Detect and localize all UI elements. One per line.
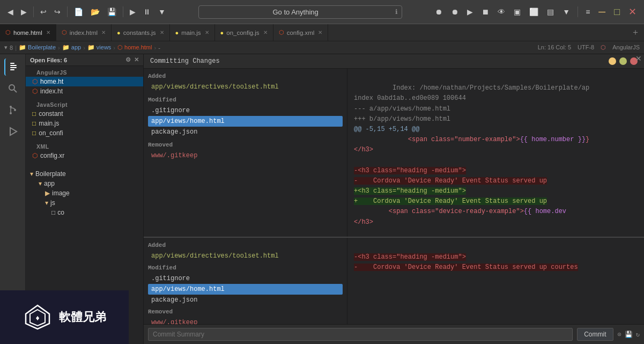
- panel-close-button[interactable]: ✕: [633, 54, 644, 63]
- svg-line-5: [14, 90, 17, 92]
- commit-secondary-diff[interactable]: -<h3 class="heading -medium"> - Cordova …: [347, 238, 644, 324]
- layout3-button[interactable]: ▤: [544, 5, 557, 18]
- tab-close-icon[interactable]: ✕: [160, 30, 164, 35]
- tab-close-icon[interactable]: ✕: [318, 30, 322, 35]
- activity-search-icon[interactable]: [4, 80, 21, 97]
- save-button[interactable]: 💾: [104, 5, 120, 18]
- layout-dropdown-button[interactable]: ▼: [559, 5, 573, 18]
- sidebar-item-config-xml[interactable]: ⬡ config.xr: [26, 151, 143, 160]
- breadcrumb-views[interactable]: 📁 views: [87, 44, 112, 51]
- sidebar-close-icon[interactable]: ✕: [134, 56, 139, 63]
- sidebar-item-constants[interactable]: □ constant: [26, 109, 143, 119]
- divider-2: [67, 6, 68, 17]
- tree-item-boilerplate[interactable]: ▾ Boilerplate: [26, 169, 143, 179]
- breadcrumb-line-num: 8: [10, 45, 13, 51]
- commit-secondary-save-icon[interactable]: 💾: [625, 331, 633, 339]
- tab-home-html[interactable]: ⬡ home.html ✕: [0, 24, 56, 41]
- breadcrumb-file[interactable]: ⬡ home.html: [117, 44, 152, 51]
- tab-close-icon[interactable]: ✕: [101, 30, 106, 35]
- layout1-button[interactable]: ▣: [510, 5, 524, 18]
- activity-files-icon[interactable]: [4, 58, 21, 76]
- commit-secondary-button[interactable]: Commit: [577, 328, 613, 341]
- commit-modified-section: Modified .gitignore app/views/home.html …: [148, 97, 343, 137]
- sidebar-settings-icon[interactable]: ⚙: [125, 56, 131, 63]
- sidebar-item-index-html[interactable]: ⬡ index.ht: [26, 86, 143, 96]
- tab-close-icon[interactable]: ✕: [46, 30, 50, 35]
- activity-git-icon[interactable]: [4, 101, 21, 119]
- forward-button[interactable]: ▶: [18, 5, 30, 18]
- tree-folder-icon: ▾: [45, 199, 48, 207]
- commit-modified-label: Modified: [148, 97, 343, 103]
- tab-html-icon: ⬡: [5, 29, 11, 36]
- dropdown-button[interactable]: ▼: [155, 5, 169, 18]
- svg-text:♦: ♦: [35, 313, 39, 322]
- breadcrumb-lang-icon: ⬡: [601, 44, 606, 51]
- back-button[interactable]: ◀: [4, 5, 17, 18]
- sidebar-header-icons: ⚙ ✕: [125, 56, 139, 63]
- record-button[interactable]: ⏺: [432, 5, 446, 18]
- commit-secondary-left: Added app/views/directives/toolset.html …: [144, 238, 347, 324]
- undo-button[interactable]: ↩: [37, 5, 50, 18]
- tab-config-xml[interactable]: ⬡ config.xml ✕: [273, 24, 329, 41]
- tab-close-icon[interactable]: ✕: [205, 30, 209, 35]
- commit-secondary-added-file[interactable]: app/views/directives/toolset.html: [148, 251, 343, 261]
- commit-secondary-body: Added app/views/directives/toolset.html …: [144, 238, 644, 324]
- sidebar-item-on-config[interactable]: □ on_confi: [26, 128, 143, 138]
- breadcrumb-info: Ln: 16 Col: 5 UTF-8 ⬡ AngularJS: [538, 44, 640, 51]
- sidebar-file-name: home.ht: [40, 78, 63, 85]
- tree-item-js[interactable]: ▾ js: [26, 198, 143, 208]
- run-button[interactable]: ▶: [127, 5, 139, 18]
- layout2-button[interactable]: ⬜: [526, 5, 542, 18]
- commit-modified-file-gitignore[interactable]: .gitignore: [148, 105, 343, 116]
- commit-maximize-button[interactable]: [619, 57, 627, 65]
- menu-button[interactable]: ≡: [582, 5, 593, 18]
- tree-item-images[interactable]: ▶ image: [26, 188, 143, 198]
- commit-secondary-refresh-icon[interactable]: ↻: [636, 331, 640, 339]
- sidebar-item-main-js[interactable]: □ main.js: [26, 119, 143, 128]
- tab-add-button[interactable]: ＋: [627, 24, 644, 41]
- commit-added-file[interactable]: app/views/directives/toolset.html: [148, 82, 343, 92]
- tree-item-co[interactable]: □ co: [26, 208, 143, 217]
- play2-button[interactable]: ▶: [464, 5, 476, 18]
- stop-button[interactable]: ⏹: [478, 5, 492, 18]
- breadcrumb-encoding: UTF-8: [578, 44, 594, 51]
- commit-secondary-removed-file[interactable]: www/.gitkeep: [148, 317, 343, 324]
- commit-minimize-button[interactable]: [609, 57, 616, 65]
- tab-main-js[interactable]: ● main.js ✕: [170, 24, 215, 41]
- commit-secondary-modified-home[interactable]: app/views/home.html: [148, 284, 343, 295]
- commit-panel: Committing Changes Added app/views/direc…: [144, 54, 644, 344]
- commit-removed-file[interactable]: www/.gitkeep: [148, 150, 343, 161]
- commit-secondary-added-label: Added: [148, 242, 343, 248]
- commit-modified-file-package[interactable]: package.json: [148, 127, 343, 137]
- activity-debug-icon[interactable]: [4, 123, 21, 140]
- tab-index-html[interactable]: ⬡ index.html ✕: [56, 24, 112, 41]
- commit-secondary-modified-package[interactable]: package.json: [148, 295, 343, 305]
- open-button[interactable]: 📂: [87, 5, 103, 18]
- record2-button[interactable]: ⏺: [448, 5, 462, 18]
- commit-secondary-footer-icons: ⊙ 💾 ↻: [618, 331, 640, 339]
- file-button[interactable]: 📄: [71, 5, 86, 18]
- tree-item-app[interactable]: ▾ app: [26, 179, 143, 188]
- commit-modified-file-home[interactable]: app/views/home.html: [148, 116, 343, 127]
- commit-removed-section: Removed www/.gitkeep: [148, 142, 343, 161]
- tab-on-config-js[interactable]: ● on_config.js ✕: [215, 24, 273, 41]
- tab-constants-js[interactable]: ● constants.js ✕: [112, 24, 169, 41]
- redo-button[interactable]: ↪: [51, 5, 64, 18]
- tab-close-icon[interactable]: ✕: [263, 30, 268, 35]
- window-min-button[interactable]: ─: [595, 4, 609, 20]
- window-max-button[interactable]: □: [611, 4, 623, 20]
- tab-label: config.xml: [287, 30, 315, 36]
- breadcrumb-boilerplate[interactable]: 📁 Boilerplate: [19, 44, 56, 51]
- search-input[interactable]: [198, 5, 402, 19]
- tree-item-label: co: [57, 209, 64, 216]
- eye-button[interactable]: 👁: [494, 5, 508, 18]
- pause-button[interactable]: ⏸: [140, 5, 154, 18]
- commit-secondary-summary-input[interactable]: [148, 328, 573, 341]
- commit-secondary-modified-gitignore[interactable]: .gitignore: [148, 273, 343, 284]
- window-close-button[interactable]: ✕: [625, 4, 640, 20]
- tree-file-icon: □: [51, 209, 55, 216]
- breadcrumb-app[interactable]: 📁 app: [62, 44, 81, 51]
- tree-folder-icon: ▾: [30, 170, 33, 178]
- sidebar-item-home-html[interactable]: ⬡ home.ht: [26, 77, 143, 86]
- commit-secondary-sync-icon[interactable]: ⊙: [618, 331, 621, 339]
